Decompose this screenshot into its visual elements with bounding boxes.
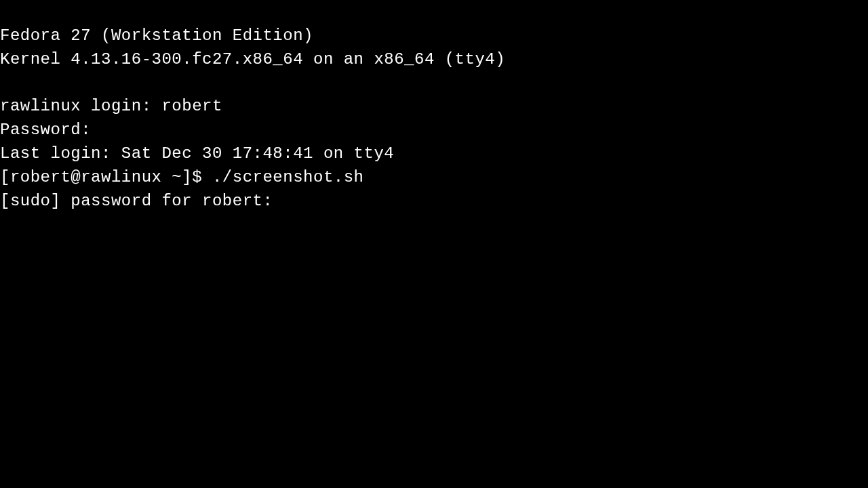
shell-prompt-label: [robert@rawlinux ~]$ [0,168,212,186]
blank-line [0,72,868,96]
login-prompt-label: rawlinux login: [0,97,161,115]
login-username-input[interactable]: robert [161,97,222,115]
issue-kernel-line: Kernel 4.13.16-300.fc27.x86_64 on an x86… [0,48,868,72]
login-line: rawlinux login: robert [0,95,868,119]
sudo-password-prompt[interactable]: [sudo] password for robert: [0,190,868,214]
password-prompt-line[interactable]: Password: [0,119,868,142]
shell-command-input[interactable]: ./screenshot.sh [212,168,364,186]
last-login-line: Last login: Sat Dec 30 17:48:41 on tty4 [0,142,868,166]
shell-line: [robert@rawlinux ~]$ ./screenshot.sh [0,166,868,190]
issue-distro-line: Fedora 27 (Workstation Edition) [0,24,868,48]
